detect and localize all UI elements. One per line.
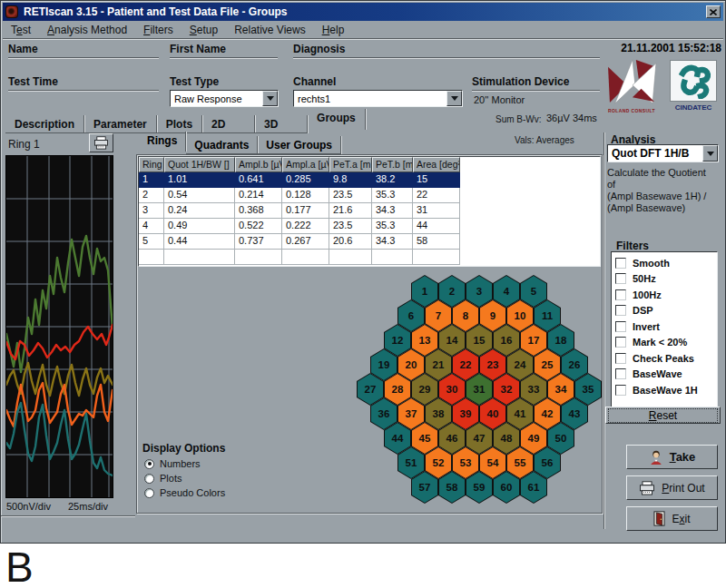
table-row[interactable]: 50.440.7370.26720.634.358 xyxy=(139,234,600,250)
table-row[interactable]: 40.490.5220.22223.535.344 xyxy=(139,219,600,234)
take-button[interactable]: Take xyxy=(626,445,718,469)
menu-item-help[interactable]: Help xyxy=(314,22,353,38)
filters-label: Filters xyxy=(616,240,649,252)
tab-3d[interactable]: 3D xyxy=(255,115,308,133)
hex-cell-fill: 6 xyxy=(398,300,424,331)
col-header[interactable]: PeT.a [m xyxy=(329,157,372,172)
tab-plots[interactable]: Plots xyxy=(157,115,202,133)
hex-cell-number: 60 xyxy=(501,482,513,493)
test-type-dropdown-button[interactable] xyxy=(262,91,278,106)
checkbox-icon[interactable] xyxy=(615,385,626,396)
radio-icon[interactable] xyxy=(144,459,154,469)
test-time-field[interactable] xyxy=(8,90,159,92)
channel-select[interactable]: rechts1 xyxy=(293,90,463,107)
col-header[interactable]: Ring xyxy=(139,157,164,172)
menu-item-test[interactable]: Test xyxy=(3,22,39,38)
display-option-pseudo-colors[interactable]: Pseudo Colors xyxy=(144,485,225,500)
menu-item-relative-views[interactable]: Relative Views xyxy=(226,22,313,38)
hex-cell-number: 22 xyxy=(460,359,472,370)
checkbox-icon[interactable] xyxy=(615,368,626,379)
filter-item-invert[interactable]: Invert xyxy=(615,318,717,335)
checkbox-icon[interactable] xyxy=(615,305,626,316)
display-option-plots[interactable]: Plots xyxy=(144,471,225,485)
hex-cell-number: 25 xyxy=(542,359,554,370)
hex-cell-fill: 10 xyxy=(507,300,533,331)
subtab-user-groups[interactable]: User Groups xyxy=(258,136,341,154)
col-header[interactable]: Quot 1H/BW [] xyxy=(164,157,235,172)
table-row-empty xyxy=(139,250,600,265)
reset-button[interactable]: Reset xyxy=(605,407,721,424)
checkbox-icon[interactable] xyxy=(615,353,626,364)
printer-icon xyxy=(639,481,655,495)
radio-icon[interactable] xyxy=(144,474,154,484)
menu-item-filters[interactable]: Filters xyxy=(135,22,182,38)
table-cell: 23.5 xyxy=(329,219,372,234)
filter-item-dsp[interactable]: DSP xyxy=(615,303,717,319)
table-cell: 31 xyxy=(413,203,460,219)
hex-cell-number: 23 xyxy=(487,359,499,370)
channel-dropdown-button[interactable] xyxy=(446,91,462,106)
filter-item-basewave-1h[interactable]: BaseWave 1H xyxy=(615,382,717,398)
tab-groups[interactable]: Groups xyxy=(308,109,366,130)
checkbox-icon[interactable] xyxy=(615,273,626,284)
menu-item-setup[interactable]: Setup xyxy=(182,22,226,38)
hex-cell-fill: 21 xyxy=(426,349,451,380)
exit-button[interactable]: Exit xyxy=(626,506,718,531)
subtab-quadrants[interactable]: Quadrants xyxy=(186,136,258,154)
col-header[interactable]: Ampl.b [µV] xyxy=(235,157,282,172)
table-cell: 1 xyxy=(139,172,164,188)
hex-cell-number: 53 xyxy=(460,457,472,468)
close-icon xyxy=(710,9,717,15)
checkbox-icon[interactable] xyxy=(615,337,626,348)
tab-2d[interactable]: 2D xyxy=(202,115,255,133)
table-row[interactable]: 20.540.2140.12823.535.322 xyxy=(139,188,600,203)
filter-item-basewave[interactable]: BaseWave xyxy=(615,367,717,383)
checkbox-icon[interactable] xyxy=(615,321,626,332)
print-out-button[interactable]: Print Out xyxy=(626,475,718,500)
display-option-numbers[interactable]: Numbers xyxy=(144,456,225,471)
waveform-ring1-green xyxy=(6,236,113,372)
checkbox-icon[interactable] xyxy=(615,258,626,269)
analysis-select[interactable]: Quot DFT 1H/B xyxy=(607,144,719,162)
col-header[interactable]: Ampl.a [µV] xyxy=(282,157,329,172)
chevron-down-icon xyxy=(707,152,714,156)
hex-cell-number: 42 xyxy=(542,408,554,419)
hex-cell-fill: 45 xyxy=(412,423,437,454)
first-name-field[interactable] xyxy=(170,57,278,59)
diagnosis-field[interactable] xyxy=(293,57,600,59)
filter-item-check-peaks[interactable]: Check Peaks xyxy=(615,350,717,367)
checkbox-icon[interactable] xyxy=(615,289,626,300)
hex-cell-number: 40 xyxy=(487,408,499,419)
menu-item-analysis-method[interactable]: Analysis Method xyxy=(39,22,135,38)
hex-cell-fill: 12 xyxy=(385,325,410,356)
col-header[interactable]: PeT.b [m xyxy=(372,157,413,172)
hex-cell-fill: 35 xyxy=(575,374,601,405)
col-header[interactable]: Area [deg²] xyxy=(413,157,460,172)
tab-parameter[interactable]: Parameter xyxy=(84,115,157,133)
table-cell: 0.267 xyxy=(282,234,329,250)
analysis-description-line: Calculate the Quotient xyxy=(607,167,723,179)
table-row[interactable]: 30.240.3680.17721.634.331 xyxy=(139,203,600,219)
radio-icon[interactable] xyxy=(144,488,154,498)
sub-tab-bar: RingsQuadrantsUser Groups xyxy=(139,135,341,154)
hex-cell-number: 3 xyxy=(476,286,482,297)
filter-item-smooth[interactable]: Smooth xyxy=(615,255,717,271)
channel-value: rechts1 xyxy=(294,93,446,104)
name-field[interactable] xyxy=(8,57,159,59)
analysis-dropdown-button[interactable] xyxy=(702,145,718,162)
close-button[interactable] xyxy=(706,5,721,18)
filter-item-mark-20-[interactable]: Mark < 20% xyxy=(615,335,717,351)
test-type-select[interactable]: Raw Response xyxy=(170,90,279,107)
subtab-rings[interactable]: Rings xyxy=(139,132,186,152)
filter-item-50hz[interactable]: 50Hz xyxy=(615,271,717,288)
plot-y-scale: 500nV/div xyxy=(6,501,51,512)
tab-description[interactable]: Description xyxy=(5,115,84,133)
table-row[interactable]: 11.010.6410.2859.838.215 xyxy=(139,172,600,188)
hex-cell-fill: 2 xyxy=(439,276,465,307)
waveform-plot xyxy=(5,155,113,498)
filter-item-100hz[interactable]: 100Hz xyxy=(615,287,717,303)
plot-print-button[interactable] xyxy=(89,133,113,152)
hex-cell-fill: 36 xyxy=(371,398,397,429)
radio-label: Numbers xyxy=(160,458,201,469)
table-cell: 0.128 xyxy=(282,188,329,203)
